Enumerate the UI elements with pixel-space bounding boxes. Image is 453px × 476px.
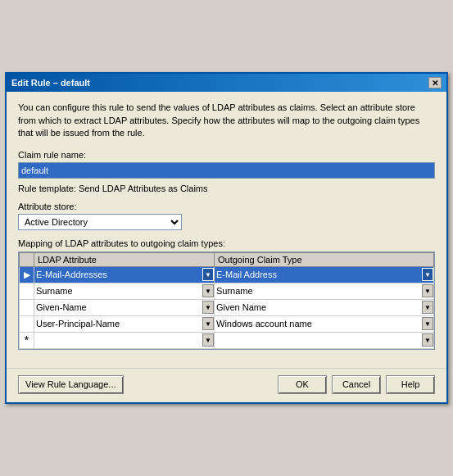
outgoing-claim-cell[interactable]: E-Mail Address▼ (215, 266, 434, 283)
attribute-store-wrapper: Active Directory (18, 214, 182, 230)
ldap-attribute-cell[interactable]: Given-Name▼ (34, 299, 215, 315)
rule-template-line: Rule template: Send LDAP Attributes as C… (18, 184, 435, 193)
ldap-dropdown-button[interactable]: ▼ (202, 301, 214, 314)
table-header-row: LDAP Attribute Outgoing Claim Type (20, 252, 434, 266)
outgoing-claim-value: Windows account name (215, 319, 422, 329)
ldap-attribute-cell[interactable]: ▼ (34, 332, 215, 348)
table-row[interactable]: ▶E-Mail-Addresses▼E-Mail Address▼ (20, 266, 434, 283)
attribute-store-label: Attribute store: (18, 202, 435, 211)
claim-rule-name-input[interactable] (18, 162, 435, 179)
outgoing-claim-value: Given Name (215, 302, 422, 312)
dialog-buttons: OK Cancel Help (278, 375, 435, 394)
outgoing-claim-value: E-Mail Address (215, 270, 422, 279)
dialog-title: Edit Rule – default (11, 78, 90, 88)
ldap-attribute-cell[interactable]: User-Principal-Name▼ (34, 315, 215, 332)
view-rule-button[interactable]: View Rule Language... (18, 375, 124, 394)
claim-dropdown-button[interactable]: ▼ (422, 333, 433, 347)
ldap-attribute-cell[interactable]: E-Mail-Addresses▼ (34, 266, 215, 283)
claim-dropdown-button[interactable]: ▼ (422, 317, 433, 330)
claim-dropdown-button[interactable]: ▼ (422, 268, 433, 281)
cancel-button[interactable]: Cancel (332, 375, 381, 394)
row-indicator: ▶ (20, 266, 34, 283)
claim-dropdown-button[interactable]: ▼ (422, 284, 433, 297)
row-indicator: * (20, 332, 34, 348)
row-indicator (20, 299, 34, 315)
title-bar: Edit Rule – default ✕ (7, 74, 446, 92)
dialog-content: You can configure this rule to send the … (7, 92, 446, 367)
table-row[interactable]: *▼▼ (20, 332, 434, 348)
claim-dropdown-button[interactable]: ▼ (422, 301, 433, 314)
ldap-attribute-cell[interactable]: Surname▼ (34, 283, 215, 299)
ldap-attribute-value: Given-Name (34, 302, 202, 312)
row-indicator (20, 315, 34, 332)
rule-template-value: Send LDAP Attributes as Claims (79, 184, 208, 193)
claim-rule-name-label: Claim rule name: (18, 150, 435, 160)
rule-template-label: Rule template: (18, 184, 79, 193)
mapping-table-container: LDAP Attribute Outgoing Claim Type ▶E-Ma… (18, 252, 435, 350)
help-button[interactable]: Help (386, 375, 435, 394)
col-indicator-header (20, 252, 34, 266)
outgoing-claim-value: Surname (215, 286, 422, 296)
edit-rule-dialog: Edit Rule – default ✕ You can configure … (5, 72, 448, 403)
ldap-attribute-value: User-Principal-Name (34, 319, 202, 329)
outgoing-claim-cell[interactable]: Windows account name▼ (215, 315, 434, 332)
col-claim-header: Outgoing Claim Type (215, 252, 434, 266)
table-row[interactable]: Surname▼Surname▼ (20, 283, 434, 299)
table-row[interactable]: Given-Name▼Given Name▼ (20, 299, 434, 315)
ldap-dropdown-button[interactable]: ▼ (202, 268, 214, 281)
row-indicator (20, 283, 34, 299)
outgoing-claim-cell[interactable]: ▼ (215, 332, 434, 348)
col-ldap-header: LDAP Attribute (34, 252, 215, 266)
ldap-dropdown-button[interactable]: ▼ (202, 317, 214, 330)
ok-button[interactable]: OK (278, 375, 327, 394)
table-row[interactable]: User-Principal-Name▼Windows account name… (20, 315, 434, 332)
ldap-attribute-value: Surname (34, 286, 202, 296)
bottom-area: View Rule Language... OK Cancel Help (7, 368, 446, 402)
description-text: You can configure this rule to send the … (18, 102, 435, 139)
outgoing-claim-cell[interactable]: Surname▼ (215, 283, 434, 299)
mapping-table: LDAP Attribute Outgoing Claim Type ▶E-Ma… (19, 252, 434, 349)
outgoing-claim-cell[interactable]: Given Name▼ (215, 299, 434, 315)
mapping-label: Mapping of LDAP attributes to outgoing c… (18, 238, 435, 248)
close-button[interactable]: ✕ (428, 77, 442, 88)
ldap-attribute-value: E-Mail-Addresses (34, 270, 202, 279)
ldap-dropdown-button[interactable]: ▼ (202, 333, 214, 347)
ldap-dropdown-button[interactable]: ▼ (202, 284, 214, 297)
attribute-store-select[interactable]: Active Directory (18, 214, 182, 230)
